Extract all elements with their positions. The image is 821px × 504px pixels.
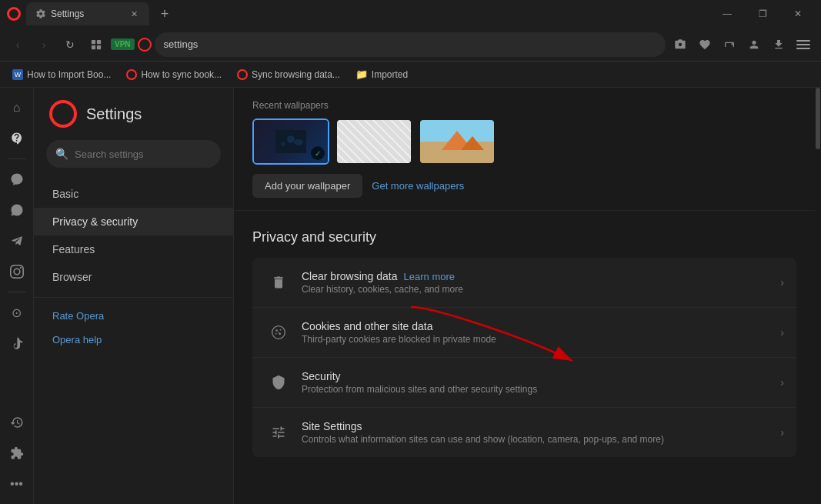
search-settings-bar[interactable]: 🔍 bbox=[46, 140, 221, 168]
vpn-badge[interactable]: VPN bbox=[111, 38, 135, 50]
grid-view-btn[interactable] bbox=[85, 33, 108, 56]
heart-btn[interactable] bbox=[693, 33, 716, 56]
settings-item-cookies[interactable]: Cookies and other site data Third-party … bbox=[252, 308, 796, 358]
settings-item-desc-site: Controls what information sites can use … bbox=[302, 434, 771, 445]
sidebar-icon-telegram[interactable] bbox=[3, 227, 31, 255]
add-wallpaper-btn[interactable]: Add your wallpaper bbox=[252, 174, 362, 198]
sidebar-icon-instagram[interactable] bbox=[3, 258, 31, 285]
tab-title: Settings bbox=[51, 8, 123, 19]
svg-point-12 bbox=[279, 332, 281, 335]
get-more-wallpapers-btn[interactable]: Get more wallpapers bbox=[372, 180, 464, 192]
learn-more-link[interactable]: Learn more bbox=[404, 271, 455, 282]
bookmark-label-2: How to sync book... bbox=[141, 69, 222, 80]
svg-point-13 bbox=[278, 332, 279, 333]
sliders-icon bbox=[265, 419, 292, 446]
settings-item-title-security: Security bbox=[302, 370, 771, 382]
settings-item-desc-clear: Clear history, cookies, cache, and more bbox=[302, 284, 771, 295]
sidebar-icon-speed-dial[interactable] bbox=[3, 125, 31, 152]
svg-rect-1 bbox=[97, 39, 101, 43]
wallpaper-thumb-snow[interactable] bbox=[335, 118, 412, 165]
settings-nav-separator bbox=[34, 297, 233, 298]
address-bar[interactable]: settings bbox=[155, 32, 666, 57]
wallpaper-thumb-beach[interactable] bbox=[419, 118, 496, 165]
bookmark-item-3[interactable]: Sync browsing data... bbox=[231, 66, 346, 83]
opera-icon-nav bbox=[138, 38, 152, 52]
scrollbar-thumb[interactable] bbox=[816, 88, 820, 149]
main-container: ⌂ ⊙ ••• Setti bbox=[0, 88, 821, 504]
settings-item-content-clear: Clear browsing data Learn more Clear his… bbox=[292, 270, 780, 295]
back-btn[interactable]: ‹ bbox=[6, 33, 29, 56]
title-bar: Settings ✕ + — ❐ ✕ bbox=[0, 0, 821, 28]
nav-actions bbox=[669, 33, 815, 56]
sidebar-divider bbox=[8, 159, 26, 159]
download-btn[interactable] bbox=[767, 33, 790, 56]
wallpaper-section: Recent wallpapers ✓ bbox=[234, 88, 815, 211]
bookmark-item-2[interactable]: How to sync book... bbox=[120, 66, 228, 83]
sidebar-divider-2 bbox=[8, 292, 26, 292]
new-tab-btn[interactable]: + bbox=[154, 3, 175, 25]
settings-item-title-site: Site Settings bbox=[302, 420, 771, 432]
settings-item-clear-browsing[interactable]: Clear browsing data Learn more Clear his… bbox=[252, 258, 796, 308]
sidebar-icon-messenger[interactable] bbox=[3, 165, 31, 193]
camera-btn[interactable] bbox=[669, 33, 692, 56]
close-btn[interactable]: ✕ bbox=[781, 2, 815, 26]
wallpaper-section-label: Recent wallpapers bbox=[252, 100, 796, 111]
settings-item-desc-security: Protection from malicious sites and othe… bbox=[302, 384, 771, 395]
bookmark-opera-3 bbox=[237, 69, 248, 80]
wallpaper-thumb-dark[interactable]: ✓ bbox=[252, 118, 329, 165]
dark-wallpaper-icon bbox=[275, 130, 306, 153]
settings-nav-rate-opera[interactable]: Rate Opera bbox=[34, 304, 233, 328]
settings-nav-opera-help[interactable]: Opera help bbox=[34, 328, 233, 352]
settings-item-desc-cookies: Third-party cookies are blocked in priva… bbox=[302, 334, 771, 345]
opera-logo-icon bbox=[6, 6, 22, 22]
scrollbar-area bbox=[815, 88, 821, 504]
settings-nav-privacy[interactable]: Privacy & security bbox=[34, 208, 233, 235]
tab-close-btn[interactable]: ✕ bbox=[128, 8, 140, 20]
menu-btn[interactable] bbox=[792, 33, 815, 56]
folder-icon: 📁 bbox=[355, 68, 368, 80]
sidebar-icon-whatsapp[interactable] bbox=[3, 196, 31, 224]
menu-line bbox=[796, 48, 810, 49]
shield-icon bbox=[265, 369, 292, 396]
sidebar-icon-history[interactable] bbox=[3, 409, 31, 436]
profile-btn[interactable] bbox=[743, 33, 766, 56]
settings-item-content-security: Security Protection from malicious sites… bbox=[292, 370, 780, 395]
menu-line bbox=[796, 40, 810, 42]
settings-item-content-site: Site Settings Controls what information … bbox=[292, 420, 780, 445]
svg-rect-0 bbox=[92, 39, 95, 43]
tab-settings[interactable]: Settings ✕ bbox=[26, 2, 149, 25]
settings-item-content-cookies: Cookies and other site data Third-party … bbox=[292, 320, 780, 345]
sidebar-icon-music[interactable]: ⊙ bbox=[3, 299, 31, 326]
bookmark-opera-2 bbox=[126, 69, 137, 80]
arrow-icon-security: › bbox=[780, 376, 784, 389]
wallpaper-thumbnails: ✓ bbox=[252, 118, 796, 165]
svg-rect-2 bbox=[92, 45, 95, 48]
settings-item-site-settings[interactable]: Site Settings Controls what information … bbox=[252, 408, 796, 457]
settings-nav-browser[interactable]: Browser bbox=[34, 263, 233, 291]
settings-nav-basic[interactable]: Basic bbox=[34, 180, 233, 208]
minimize-btn[interactable]: — bbox=[710, 2, 744, 26]
settings-item-security[interactable]: Security Protection from malicious sites… bbox=[252, 358, 796, 408]
sidebar-icon-more[interactable]: ••• bbox=[3, 470, 31, 498]
settings-nav-features[interactable]: Features bbox=[34, 235, 233, 263]
window-controls: — ❐ ✕ bbox=[710, 2, 815, 26]
opera-logo bbox=[49, 100, 77, 128]
thumb-snow-img bbox=[337, 120, 411, 163]
bookmark-favicon-1: W bbox=[12, 69, 23, 80]
sidebar-icon-home[interactable]: ⌂ bbox=[3, 94, 31, 122]
maximize-btn[interactable]: ❐ bbox=[746, 2, 779, 26]
wallpaper-buttons: Add your wallpaper Get more wallpapers bbox=[252, 174, 796, 198]
forward-btn[interactable]: › bbox=[32, 33, 55, 56]
bookmark-label-4: Imported bbox=[372, 69, 408, 80]
reload-btn[interactable]: ↻ bbox=[58, 33, 82, 56]
wallet-btn[interactable] bbox=[718, 33, 741, 56]
sidebar-icon-extensions[interactable] bbox=[3, 439, 31, 467]
sidebar-icon-tiktok[interactable] bbox=[3, 329, 31, 357]
settings-header: Settings bbox=[34, 100, 233, 140]
settings-content: Recent wallpapers ✓ bbox=[234, 88, 815, 504]
bookmark-item-1[interactable]: W How to Import Boo... bbox=[6, 66, 117, 83]
bookmark-item-4[interactable]: 📁 Imported bbox=[349, 65, 414, 83]
trash-icon bbox=[265, 269, 292, 296]
settings-page-title: Settings bbox=[86, 105, 142, 123]
search-settings-input[interactable] bbox=[75, 149, 212, 160]
